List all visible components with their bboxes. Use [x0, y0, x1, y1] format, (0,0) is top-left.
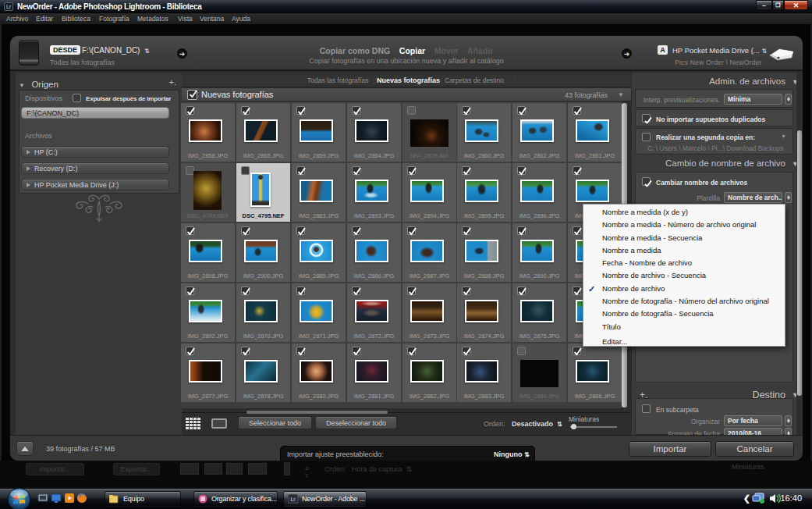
- svg-text:Lr: Lr: [291, 497, 296, 502]
